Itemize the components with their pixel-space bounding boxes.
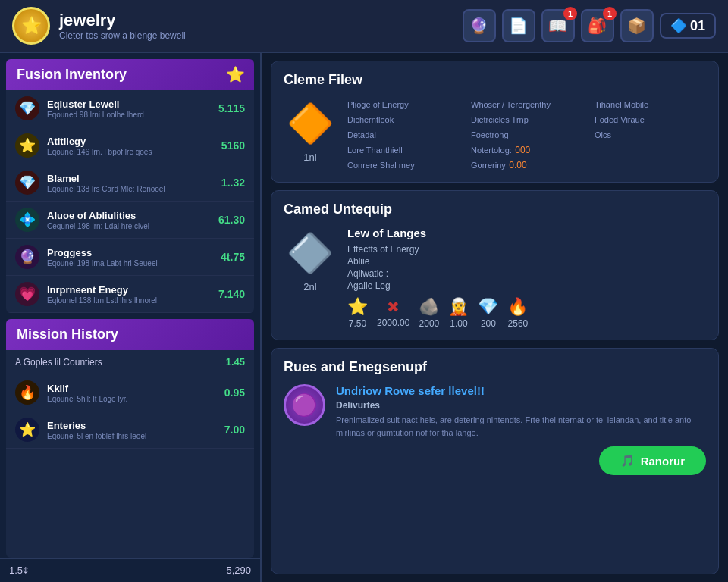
item-icon-1: 💎 xyxy=(15,96,39,120)
rues-icon-emoji: 🟣 xyxy=(291,393,318,418)
equip-num-2: 2000 xyxy=(419,318,440,329)
item-desc-4: Cequnel 198 lrn: Ldal hre clvel xyxy=(47,222,218,230)
bag-icon: 🎒 xyxy=(588,17,607,35)
item-info-6: Inrprneent Enegy Eqlounel 138 ltrn Lstl … xyxy=(47,284,218,305)
stat-row: Detadal xyxy=(347,127,459,141)
cleme-filew-card: Cleme Filew 🔶 1nl Plioge of Energy Whose… xyxy=(271,61,719,183)
cross-icon: ✖ xyxy=(387,298,400,316)
fusion-star-icon: ⭐ xyxy=(226,65,245,83)
chest-icon: 📦 xyxy=(627,17,646,35)
equip-values-row: ⭐ 7.50 ✖ 2000.00 🪨 2000 🧝 xyxy=(347,297,706,329)
counter-display: 🔷 01 xyxy=(660,13,716,39)
rues-mission-title: Undriow Rowe sefer llevel!! xyxy=(336,384,706,397)
stat-row: Olcs xyxy=(595,127,706,141)
item-desc-3: Eqounel 138 lrs Card Mle: Renooel xyxy=(47,185,221,193)
person-icon: 🧝 xyxy=(448,297,469,317)
equip-num-4: 200 xyxy=(481,318,496,329)
stat-row: Notertolog: 000 xyxy=(471,142,582,156)
mission-counter-row: A Goples lil Countiers 1.45 xyxy=(6,350,254,374)
item-value-3: 1..32 xyxy=(221,177,245,189)
list-item[interactable]: 💎 Eqiuster Lewell Eqouned 98 lrni Loolhe… xyxy=(6,90,254,127)
stat-row: Foectrong xyxy=(471,127,582,141)
list-item[interactable]: 💠 Aluoe of Abliulities Cequnel 198 lrn: … xyxy=(6,202,254,239)
book-button[interactable]: 📖 1 xyxy=(541,9,575,42)
mission-icon-2: ⭐ xyxy=(15,418,39,442)
equip-val-2: 🪨 2000 xyxy=(419,297,439,329)
gem-visual: 🔶 xyxy=(284,97,337,150)
item-icon-3: 💎 xyxy=(15,171,39,195)
mission-value-1: 0.95 xyxy=(224,386,245,399)
camed-untequip-title: Camed Untequip xyxy=(284,202,706,217)
equip-body: 🔷 2nl Lew of Langes Effectts of Energy A… xyxy=(284,227,706,329)
equip-stat-3: Aqliwatic : xyxy=(347,268,706,279)
equip-gem-label: 2nl xyxy=(303,281,316,293)
action-label: Ranorur xyxy=(641,455,685,468)
stat-row: Foded Viraue xyxy=(595,112,706,126)
potion-button[interactable]: 🔮 xyxy=(463,9,496,42)
header: ⭐ jewelry Cleter tos srow a blenge bewel… xyxy=(0,0,728,53)
bag-button[interactable]: 🎒 1 xyxy=(581,9,614,42)
cleme-filew-body: 🔶 1nl Plioge of Energy Whoser / Terergen… xyxy=(284,97,706,171)
equip-val-1: ⭐ 7.50 xyxy=(347,297,368,329)
list-item[interactable]: 🔮 Proggess Eqounel 198 lrna Labt hri Seu… xyxy=(6,239,254,276)
equip-item-name: Lew of Langes xyxy=(347,227,706,239)
item-desc-2: Eqounel 146 lrn. l bpof lre qoes xyxy=(47,148,221,156)
rues-content: Undriow Rowe sefer llevel!! Delivurtes P… xyxy=(336,384,706,439)
list-item[interactable]: 💎 Blamel Eqounel 138 lrs Card Mle: Renoo… xyxy=(6,164,254,202)
equip-val-5: 🔥 2560 xyxy=(507,297,528,329)
rues-body: 🟣 Undriow Rowe sefer llevel!! Delivurtes… xyxy=(284,384,706,439)
item-desc-1: Eqouned 98 lrni Loolhe lherd xyxy=(47,111,218,119)
item-value-6: 7.140 xyxy=(218,288,245,300)
header-title-area: jewelry Cleter tos srow a blenge bewell xyxy=(59,11,463,41)
mission-desc-2: Eqounel 5l en foblef lhrs leoel xyxy=(47,432,224,440)
left-footer: 1.5¢ 5,290 xyxy=(0,558,260,582)
fire-icon: 🔥 xyxy=(507,297,528,317)
rues-title: Rues and Enegsenupf xyxy=(284,359,706,375)
mission-history-title: Mission History xyxy=(17,327,118,342)
counter-value: 01 xyxy=(690,18,705,34)
stat-row: Whoser / Terergenthy xyxy=(471,97,582,111)
mission-name-1: Kkilf xyxy=(47,383,224,394)
rues-card: Rues and Enegsenupf 🟣 Undriow Rowe sefer… xyxy=(271,348,719,574)
bag-badge: 1 xyxy=(603,7,617,20)
star-icon: ⭐ xyxy=(347,297,368,317)
item-name-3: Blamel xyxy=(47,173,221,184)
equip-val-4: 💎 200 xyxy=(478,297,498,329)
item-value-4: 61.30 xyxy=(218,214,245,226)
book-badge: 1 xyxy=(563,7,577,20)
equip-gem: 🔷 2nl xyxy=(284,227,337,293)
list-item[interactable]: 💗 Inrprneent Enegy Eqlounel 138 ltrn Lst… xyxy=(6,276,254,313)
item-info-4: Aluoe of Abliulities Cequnel 198 lrn: Ld… xyxy=(47,210,218,230)
stat-row: Plioge of Energy xyxy=(347,97,459,111)
book-icon: 📖 xyxy=(548,17,567,35)
ranorur-button[interactable]: 🎵 Ranorur xyxy=(599,446,706,475)
mission-info-1: Kkilf Eqounel 5hll: lt Loge lyr. xyxy=(47,383,224,403)
mission-counter-value: 1.45 xyxy=(226,356,245,368)
camed-untequip-card: Camed Untequip 🔷 2nl Lew of Langes Effec… xyxy=(271,190,719,340)
counter-icon: 🔷 xyxy=(670,17,687,34)
item-name-5: Proggess xyxy=(47,247,221,258)
equip-num-cross: 2000.00 xyxy=(377,318,410,328)
scroll-button[interactable]: 📄 xyxy=(502,9,535,42)
item-icon-6: 💗 xyxy=(15,282,39,306)
stat-row: Lore Thanthiell xyxy=(347,142,459,156)
item-value-2: 5160 xyxy=(221,139,245,152)
item-value-5: 4t.75 xyxy=(221,251,245,263)
list-item[interactable]: ⭐ Atitilegy Eqounel 146 lrn. l bpof lre … xyxy=(6,127,254,164)
equip-val-3: 🧝 1.00 xyxy=(448,297,469,329)
stat-row xyxy=(595,158,706,171)
item-stats-grid: Plioge of Energy Whoser / Terergenthy Ti… xyxy=(347,97,706,171)
mission-list: A Goples lil Countiers 1.45 🔥 Kkilf Eqou… xyxy=(6,350,254,558)
logo-icon: ⭐ xyxy=(21,16,42,36)
footer-right-value: 5,290 xyxy=(226,565,251,576)
stat-row: Conrere Shal mey xyxy=(347,158,459,171)
equip-gem-visual: 🔷 xyxy=(284,227,337,280)
app-logo: ⭐ xyxy=(12,7,50,45)
list-item[interactable]: 🔥 Kkilf Eqounel 5hll: lt Loge lyr. 0.95 xyxy=(6,374,254,411)
list-item[interactable]: ⭐ Enteries Eqounel 5l en foblef lhrs leo… xyxy=(6,411,254,449)
app-title: jewelry xyxy=(59,11,463,30)
mission-name-2: Enteries xyxy=(47,420,224,431)
mission-desc-1: Eqounel 5hll: lt Loge lyr. xyxy=(47,395,224,403)
chest-button[interactable]: 📦 xyxy=(620,9,654,42)
mission-icon-1: 🔥 xyxy=(15,380,39,405)
